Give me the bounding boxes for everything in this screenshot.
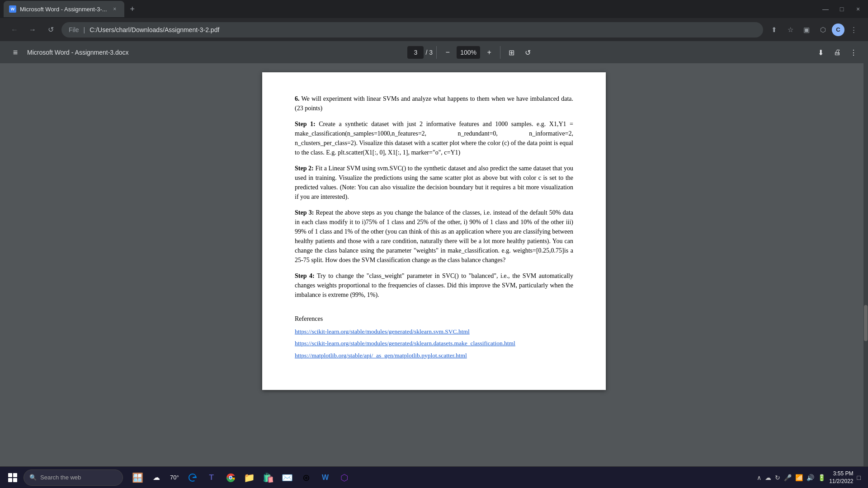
references-section: References https://scikit-learn.org/stab… [295, 314, 573, 360]
taskbar-app-word[interactable]: W [316, 469, 335, 487]
maximize-button[interactable]: □ [835, 3, 848, 15]
reading-view-button[interactable]: ▣ [799, 23, 814, 37]
reference-link-3[interactable]: https://matplotlib.org/stable/api/_as_ge… [295, 351, 573, 360]
zoom-out-button[interactable]: − [440, 45, 455, 60]
extensions-button[interactable]: ⬡ [816, 23, 830, 37]
back-button[interactable]: ← [7, 23, 22, 37]
battery-icon[interactable]: 🔋 [818, 474, 826, 481]
close-window-button[interactable]: × [852, 3, 864, 15]
step-3-paragraph: Step 3: Repeat the above steps as you ch… [295, 208, 573, 265]
address-bar: ← → ↺ File | C:/Users/charl/Downloads/As… [0, 18, 868, 42]
step-2-paragraph: Step 2: Fit a Linear SVM using svm.SVC()… [295, 164, 573, 202]
page-number-input[interactable] [407, 46, 424, 59]
svg-point-2 [229, 476, 231, 479]
files-icon: 📁 [244, 472, 255, 483]
toolbar-divider-2 [500, 46, 500, 59]
step-3-text: Repeat the above steps as you change the… [295, 209, 573, 263]
step-4-paragraph: Step 4: Try to change the "class_weight"… [295, 271, 573, 300]
question-intro: 6. We will experiment with linear SVMs a… [295, 94, 573, 113]
more-options-button[interactable]: ⋮ [846, 23, 861, 37]
clock-date: 11/2/2022 [829, 478, 853, 485]
pdf-controls-center: / 3 − + ⊞ ↺ [407, 45, 535, 60]
taskbar-app-files[interactable]: 📁 [241, 469, 259, 487]
forward-button[interactable]: → [25, 23, 40, 37]
more-pdf-options-button[interactable]: ⋮ [846, 45, 861, 60]
mail-icon: ✉️ [282, 472, 293, 483]
weather-widget[interactable]: 70° [166, 474, 183, 481]
taskbar-app-weather[interactable]: ☁ [147, 469, 165, 487]
teams-icon: T [209, 473, 213, 482]
taskbar-app-teams[interactable]: T [203, 469, 221, 487]
protocol-label: File [69, 26, 79, 33]
step-2-text: Fit a Linear SVM using svm.SVC() to the … [295, 165, 573, 200]
clock-time: 3:55 PM [829, 470, 853, 478]
scrollbar-thumb[interactable] [864, 305, 868, 341]
new-tab-button[interactable]: + [126, 3, 139, 15]
start-button[interactable] [4, 469, 22, 487]
mic-icon[interactable]: 🎤 [784, 474, 792, 481]
share-button[interactable]: ⬆ [767, 23, 781, 37]
references-title: References [295, 314, 573, 324]
step-3-label: Step 3: [295, 209, 314, 216]
step-2-label: Step 2: [295, 165, 314, 172]
url-text: C:/Users/charl/Downloads/Assignment-3-2.… [90, 26, 219, 33]
fit-page-button[interactable]: ⊞ [504, 45, 519, 60]
taskbar-search-box[interactable]: 🔍 Search the web [24, 469, 123, 486]
notification-icon[interactable]: □ [857, 474, 861, 481]
start-icon [8, 473, 17, 482]
taskbar-app-ms[interactable]: ⊛ [297, 469, 316, 487]
zoom-input[interactable] [457, 46, 480, 59]
step-1-paragraph: Step 1: Create a synthetic dataset with … [295, 119, 573, 157]
volume-icon[interactable]: 🔊 [807, 474, 814, 481]
taskbar-app-edge[interactable] [184, 469, 202, 487]
reference-link-1[interactable]: https://scikit-learn.org/stable/modules/… [295, 327, 573, 336]
address-input[interactable]: File | C:/Users/charl/Downloads/Assignme… [61, 22, 763, 38]
pdf-toolbar-right: ⬇ 🖨 ⋮ [814, 45, 861, 60]
taskbar-app-vs[interactable]: ⬡ [335, 469, 354, 487]
pdf-page: 6. We will experiment with linear SVMs a… [262, 72, 606, 390]
store-icon: 🛍️ [263, 472, 274, 483]
taskbar-apps: 🪟 ☁ 70° T 📁 [128, 469, 354, 487]
pdf-content-area: 6. We will experiment with linear SVMs a… [0, 63, 868, 466]
taskbar: 🔍 Search the web 🪟 ☁ 70° T [0, 466, 868, 488]
pdf-title: Microsoft Word - Assignment-3.docx [27, 49, 129, 56]
tab-favicon: W [9, 5, 16, 13]
refresh-button[interactable]: ↺ [43, 23, 58, 37]
print-button[interactable]: 🖨 [830, 45, 844, 60]
page-controls: / 3 [407, 46, 433, 59]
bookmark-button[interactable]: ☆ [783, 23, 797, 37]
profile-button[interactable]: C [832, 23, 844, 36]
download-button[interactable]: ⬇ [814, 45, 828, 60]
taskbar-app-chrome[interactable] [222, 469, 240, 487]
pdf-toolbar: ≡ Microsoft Word - Assignment-3.docx / 3… [0, 42, 868, 63]
step-1-text: Create a synthetic dataset with just 2 i… [295, 121, 573, 156]
active-tab[interactable]: W Microsoft Word - Assignment-3-... × [4, 1, 124, 17]
window-controls: — □ × [819, 3, 864, 15]
taskbar-app-explorer[interactable]: 🪟 [128, 469, 146, 487]
rotate-button[interactable]: ↺ [520, 45, 535, 60]
step-4-text: Try to change the "class_weight" paramet… [295, 272, 573, 298]
tab-bar: W Microsoft Word - Assignment-3-... × + … [0, 0, 868, 18]
weather-temp: 70° [170, 474, 179, 481]
cloud-icon[interactable]: ☁ [765, 474, 771, 481]
wifi-icon[interactable]: 📶 [795, 474, 803, 481]
step-1-label: Step 1: [295, 121, 316, 127]
search-icon: 🔍 [29, 474, 37, 481]
weather-icon: ☁ [153, 473, 160, 482]
minimize-button[interactable]: — [819, 3, 832, 15]
vs-icon: ⬡ [340, 472, 348, 483]
zoom-in-button[interactable]: + [482, 45, 496, 60]
taskbar-right: ∧ ☁ ↻ 🎤 📶 🔊 🔋 3:55 PM 11/2/2022 □ [757, 470, 864, 485]
question-number: 6. [295, 95, 300, 102]
taskbar-clock[interactable]: 3:55 PM 11/2/2022 [829, 470, 853, 485]
reference-link-2[interactable]: https://scikit-learn.org/stable/modules/… [295, 339, 573, 348]
taskbar-app-store[interactable]: 🛍️ [259, 469, 278, 487]
address-bar-actions: ⬆ ☆ ▣ ⬡ C ⋮ [767, 23, 861, 37]
scrollbar[interactable] [863, 63, 868, 466]
chevron-up-icon[interactable]: ∧ [757, 474, 761, 481]
pdf-menu-button[interactable]: ≡ [7, 44, 24, 61]
tab-close-button[interactable]: × [111, 5, 119, 13]
refresh-tray-icon[interactable]: ↻ [775, 474, 780, 481]
step-4-label: Step 4: [295, 272, 315, 279]
taskbar-app-mail[interactable]: ✉️ [278, 469, 297, 487]
